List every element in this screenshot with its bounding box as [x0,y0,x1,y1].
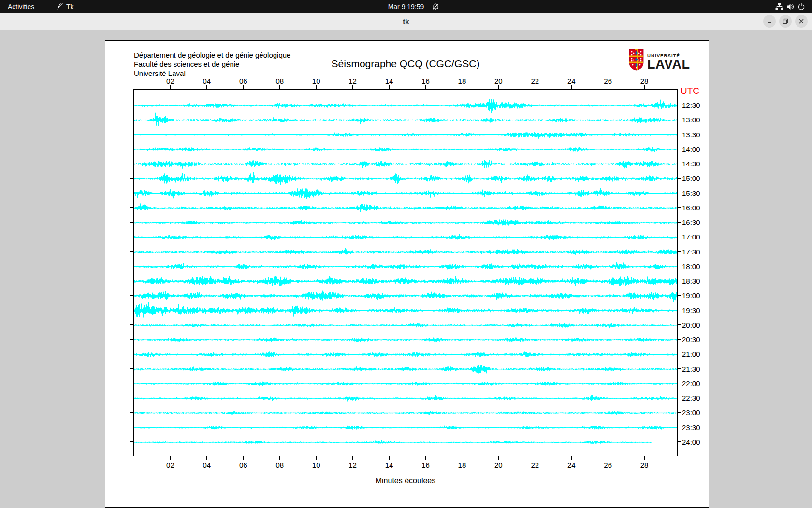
activities-button[interactable]: Activities [8,0,34,13]
x-tick-top [170,85,171,89]
row-tick-left [130,164,133,164]
x-tick-top [206,85,207,89]
row-tick-left [130,207,133,208]
desktop: Activities Tk Mar 9 19:59 tk [0,0,812,508]
row-tick-left [130,339,133,340]
minimize-button[interactable] [763,15,776,28]
x-tick-label-bottom: 16 [418,461,433,469]
row-tick-left [130,383,133,383]
x-tick-bottom [316,456,317,460]
x-tick-label-bottom: 22 [528,461,542,469]
row-tick-right [678,398,682,398]
row-utc-label: 19:30 [682,306,700,314]
row-tick-left [130,237,133,237]
x-tick-label-top: 16 [418,77,433,85]
close-button[interactable] [795,15,808,28]
x-tick-label-top: 18 [455,77,469,85]
row-tick-right [678,295,682,296]
x-tick-bottom [644,456,645,460]
row-tick-left [130,178,133,179]
row-tick-left [130,295,133,296]
row-tick-right [678,237,682,237]
x-tick-label-top: 26 [601,77,615,85]
row-tick-right [678,281,682,281]
x-tick-label-top: 12 [346,77,360,85]
row-utc-label: 22:30 [682,394,700,402]
x-tick-label-bottom: 28 [637,461,652,469]
x-tick-label-bottom: 06 [236,461,250,469]
laval-wordmark: UNIVERSITÉ LAVAL [647,53,690,71]
x-tick-top [571,85,572,89]
row-utc-label: 18:00 [682,262,700,270]
row-utc-label: 13:30 [682,131,700,139]
x-tick-label-top: 06 [236,77,250,85]
chart-title: Séismographe QCQ (CGC/GSC) [133,58,678,70]
row-tick-right [678,164,682,164]
x-tick-bottom [243,456,244,460]
row-utc-label: 23:00 [682,408,700,417]
x-tick-label-top: 02 [163,77,177,85]
x-tick-label-top: 08 [273,77,287,85]
row-utc-label: 17:30 [682,248,700,256]
row-tick-left [130,412,133,413]
x-tick-label-bottom: 10 [309,461,323,469]
trace-canvas [134,90,677,456]
row-tick-right [678,222,682,223]
row-utc-label: 14:30 [682,160,700,168]
x-tick-label-bottom: 26 [601,461,615,469]
row-utc-label: 24:00 [682,438,700,446]
x-tick-top [462,85,462,89]
row-utc-label: 17:00 [682,233,700,241]
row-tick-left [130,324,133,325]
x-tick-bottom [352,456,353,460]
row-utc-label: 16:30 [682,218,700,226]
x-tick-label-top: 04 [200,77,214,85]
row-tick-right [678,193,682,193]
row-tick-right [678,324,682,325]
row-tick-right [678,441,682,442]
x-tick-top [316,85,317,89]
x-tick-bottom [608,456,608,460]
x-tick-top [644,85,645,89]
x-tick-label-bottom: 12 [346,461,360,469]
x-tick-bottom [279,456,280,460]
row-tick-right [678,354,682,354]
row-utc-label: 21:30 [682,365,700,373]
x-tick-bottom [462,456,462,460]
window-title-bar[interactable]: tk [0,13,812,30]
volume-icon [786,3,795,11]
row-utc-label: 22:00 [682,379,700,388]
row-tick-right [678,251,682,252]
row-tick-right [678,178,682,179]
row-tick-right [678,120,682,120]
row-tick-left [130,251,133,252]
row-utc-label: 15:00 [682,174,700,182]
activities-label: Activities [8,3,34,11]
row-tick-left [130,441,133,442]
row-utc-label: 15:30 [682,189,700,197]
row-tick-right [678,310,682,310]
network-wired-icon [775,3,783,10]
row-tick-left [130,149,133,149]
row-tick-left [130,310,133,310]
clock-menu[interactable]: Mar 9 19:59 [388,0,424,13]
row-utc-label: 19:00 [682,291,700,299]
logo-laval-label: LAVAL [647,58,690,71]
x-tick-top [535,85,535,89]
x-tick-top [352,85,353,89]
focused-app-menu[interactable]: Tk [56,0,74,13]
row-tick-left [130,368,133,369]
window-title: tk [0,13,812,30]
row-tick-left [130,398,133,398]
row-utc-label: 20:30 [682,335,700,344]
row-utc-label: 13:00 [682,116,700,124]
restore-button[interactable] [779,15,792,28]
x-tick-bottom [389,456,390,460]
power-icon [798,3,805,11]
row-utc-label: 14:00 [682,145,700,153]
system-status-area[interactable] [775,0,805,13]
laval-shield-icon [629,49,644,73]
row-tick-right [678,427,682,427]
x-tick-top [498,85,499,89]
x-tick-label-bottom: 04 [200,461,214,469]
